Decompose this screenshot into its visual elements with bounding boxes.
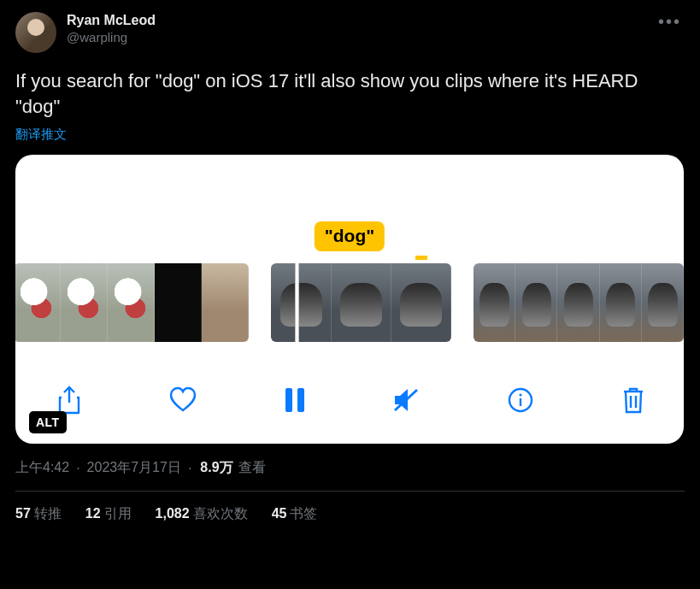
share-icon[interactable] xyxy=(56,386,82,415)
media-card[interactable]: "dog" xyxy=(15,155,684,444)
views-count[interactable]: 8.9万 xyxy=(200,459,232,477)
tweet-container: Ryan McLeod @warpling ••• If you search … xyxy=(0,0,700,523)
pause-icon[interactable] xyxy=(284,386,306,414)
more-button[interactable]: ••• xyxy=(655,12,685,32)
tweet-time[interactable]: 上午4:42 xyxy=(15,459,69,477)
author-names[interactable]: Ryan McLeod @warpling xyxy=(67,12,655,46)
quotes-stat[interactable]: 12引用 xyxy=(85,505,132,523)
tweet-header: Ryan McLeod @warpling ••• xyxy=(15,12,685,53)
media-toolbar xyxy=(15,380,684,420)
retweets-stat[interactable]: 57转推 xyxy=(15,505,62,523)
video-timeline[interactable] xyxy=(15,263,684,342)
clip-thumbnail-group[interactable] xyxy=(474,263,684,342)
divider xyxy=(15,491,685,492)
svg-rect-0 xyxy=(285,388,292,412)
info-icon[interactable] xyxy=(507,386,534,414)
separator: · xyxy=(76,461,79,476)
heart-icon[interactable] xyxy=(168,386,197,414)
handle: @warpling xyxy=(67,29,655,46)
tweet-date[interactable]: 2023年7月17日 xyxy=(87,459,181,477)
meta-row: 上午4:42 · 2023年7月17日 · 8.9万 查看 xyxy=(15,459,685,477)
separator: · xyxy=(188,461,191,476)
tweet-text: If you search for "dog" on iOS 17 it'll … xyxy=(15,68,685,120)
alt-badge[interactable]: ALT xyxy=(29,411,67,433)
clip-thumbnail-group[interactable] xyxy=(271,263,451,342)
bookmarks-stat[interactable]: 45书签 xyxy=(272,505,318,523)
avatar[interactable] xyxy=(15,12,56,53)
translate-link[interactable]: 翻译推文 xyxy=(15,127,685,143)
svg-rect-1 xyxy=(297,388,304,412)
likes-stat[interactable]: 1,082喜欢次数 xyxy=(156,505,248,523)
display-name: Ryan McLeod xyxy=(67,12,655,29)
mute-icon[interactable] xyxy=(391,386,421,414)
views-label: 查看 xyxy=(238,459,266,477)
highlight-marker xyxy=(415,256,427,260)
svg-point-4 xyxy=(520,393,522,396)
trash-icon[interactable] xyxy=(621,386,646,415)
stats-row: 57转推 12引用 1,082喜欢次数 45书签 xyxy=(15,505,685,523)
search-highlight-label: "dog" xyxy=(315,221,385,251)
playhead[interactable] xyxy=(295,263,299,342)
clip-thumbnail-group[interactable] xyxy=(15,263,249,342)
